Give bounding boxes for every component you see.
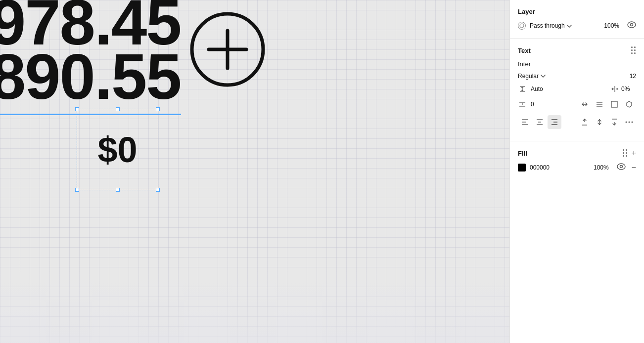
font-style-value: Regular <box>518 73 539 80</box>
selected-text-element[interactable]: $0 <box>77 109 158 190</box>
layer-blend-icon <box>518 22 526 30</box>
font-style-row: Regular 12 <box>518 73 636 80</box>
font-family-name[interactable]: Inter <box>518 60 636 68</box>
visibility-icon[interactable] <box>627 21 636 30</box>
valign-top-btn[interactable] <box>578 115 592 129</box>
svg-marker-19 <box>627 101 632 107</box>
valign-bottom-btn[interactable] <box>607 115 621 129</box>
paragraph-spacing-value[interactable]: 0 <box>531 101 546 108</box>
line-height-icon <box>518 85 527 93</box>
horizontal-align-group <box>518 115 561 129</box>
font-size-value[interactable]: 12 <box>630 73 636 80</box>
layer-row: Pass through 100% <box>518 21 636 30</box>
fill-add-btn[interactable]: + <box>632 149 636 157</box>
text-more-btn[interactable] <box>622 115 636 129</box>
paragraph-spacing-icon <box>518 100 527 109</box>
canvas-number-2: 890.55 <box>0 40 181 115</box>
svg-point-3 <box>520 24 524 28</box>
svg-point-34 <box>626 122 627 123</box>
line-height-row: Auto 0% <box>518 85 636 93</box>
svg-rect-18 <box>611 101 617 107</box>
right-panel: Layer Pass through 100% <box>509 0 644 343</box>
fill-section-header: Fill + <box>518 149 636 157</box>
text-section-title: Text <box>518 47 531 54</box>
fill-color-row: 000000 100% − <box>518 163 636 172</box>
text-wrap-btn[interactable] <box>593 97 606 111</box>
text-section-menu-icon[interactable] <box>631 46 636 54</box>
text-section-header: Text <box>518 46 636 54</box>
text-box-btn[interactable] <box>607 97 621 111</box>
text-clip-btn[interactable] <box>622 97 636 111</box>
canvas-bottom-fade <box>0 269 509 343</box>
svg-point-35 <box>629 122 630 123</box>
align-center-btn[interactable] <box>533 115 547 129</box>
text-align-row <box>518 115 636 129</box>
canvas: 978.45 890.55 $0 <box>0 0 509 343</box>
blend-mode-dropdown[interactable]: Pass through <box>530 22 600 29</box>
align-left-btn[interactable] <box>518 115 532 129</box>
svg-point-37 <box>617 164 625 170</box>
svg-point-38 <box>620 166 622 168</box>
layer-opacity-value: 100% <box>604 22 619 29</box>
letter-spacing-value[interactable]: 0% <box>621 86 636 92</box>
fill-visibility-icon[interactable] <box>617 163 626 172</box>
fill-color-opacity[interactable]: 100% <box>594 164 609 171</box>
circle-plus-element[interactable] <box>188 10 267 89</box>
text-section: Text Inter Regular 12 <box>510 39 644 141</box>
svg-point-5 <box>631 24 633 26</box>
paragraph-spacing-row: 0 <box>518 97 636 111</box>
valign-middle-btn[interactable] <box>593 115 606 129</box>
blend-mode-value: Pass through <box>530 22 565 29</box>
vertical-align-group <box>578 115 636 129</box>
line-height-value[interactable]: Auto <box>531 86 546 92</box>
svg-point-4 <box>628 22 636 28</box>
fill-color-swatch[interactable] <box>518 164 526 172</box>
layer-section-title: Layer <box>518 8 535 15</box>
fill-remove-btn[interactable]: − <box>632 164 636 172</box>
blend-mode-chevron <box>567 22 572 29</box>
letter-spacing-icon <box>610 85 619 93</box>
font-style-chevron <box>541 75 546 78</box>
layer-section-header: Layer <box>518 8 636 15</box>
layer-section: Layer Pass through 100% <box>510 0 644 39</box>
font-style-dropdown[interactable]: Regular <box>518 73 546 80</box>
fill-color-hex[interactable]: 000000 <box>530 164 590 171</box>
selected-text-content: $0 <box>77 109 158 190</box>
align-right-btn[interactable] <box>548 115 561 129</box>
text-resize-auto-btn[interactable] <box>578 97 592 111</box>
fill-section-grid-icon[interactable] <box>623 149 628 157</box>
fill-section-title: Fill <box>518 150 527 157</box>
svg-point-36 <box>632 122 633 123</box>
fill-section: Fill + 000000 100% − <box>510 141 644 180</box>
